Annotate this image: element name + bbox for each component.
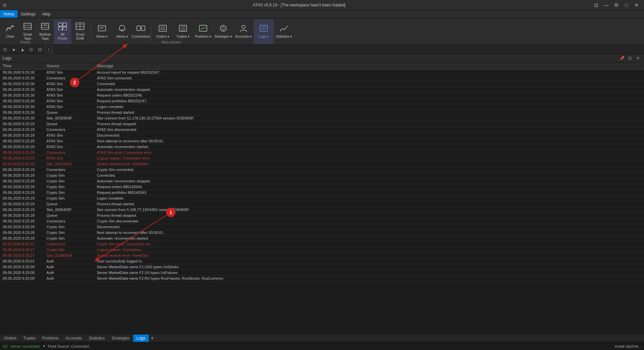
table-row[interactable]: 09.06.2020 9:25:29 ATAS Sim Automatic re… [0, 144, 644, 150]
smart-dom-btn[interactable]: SmartDOM [71, 19, 89, 44]
trades-btn[interactable]: Trades ▾ [173, 19, 193, 44]
table-row[interactable]: 09.06.2020 9:25:28 Crypto Sim Disconnect… [0, 224, 644, 230]
logs-close-btn[interactable]: ✕ [635, 55, 641, 62]
alerts-btn[interactable]: Alerts ▾ [112, 19, 132, 44]
table-row[interactable]: 09.06.2020 9:25:30 ATAS Sim Request port… [0, 98, 644, 104]
cell-source: Connectors [44, 75, 94, 81]
table-row[interactable]: 09.06.2020 9:25:29 Sbe_0347A101 Socket r… [0, 161, 644, 167]
logs-table-container[interactable]: Time Source Message 09.06.2020 9:25:30 A… [0, 63, 644, 334]
smart-tape-label: SmartTape [23, 33, 32, 41]
sub-btn-4[interactable]: ⊙ [28, 46, 35, 53]
table-row[interactable]: 09.06.2020 9:25:29 Connectors ATAS Sim d… [0, 127, 644, 133]
cell-source: ATAS Sim [44, 155, 94, 161]
table-row[interactable]: 09.06.2020 9:25:29 ATAS Sim Next attempt… [0, 138, 644, 144]
logs-detach-btn[interactable]: ⊡ [627, 55, 633, 62]
table-row[interactable]: 09.06.2020 9:25:29 Crypto Sim Logon comp… [0, 196, 644, 201]
orders-btn[interactable]: Orders ▾ [153, 19, 173, 44]
table-row[interactable]: 09.06.2020 9:25:30 Connectors ATAS Sim c… [0, 75, 644, 81]
statistics-btn[interactable]: Statistics ▾ [274, 19, 294, 44]
menu-settings[interactable]: Settings [17, 10, 39, 18]
menu-help[interactable]: Help [39, 10, 54, 18]
table-row[interactable]: 09.06.2020 9:25:01 Auth User successfull… [0, 258, 644, 264]
cell-message: Request orders 880252248. [94, 93, 644, 98]
tab-trades[interactable]: Trades [20, 335, 39, 342]
table-row[interactable]: 09.06.2020 9:25:29 Crypto Sim Connected. [0, 173, 644, 178]
table-row[interactable]: 09.06.2020 9:25:29 Queue Process thread … [0, 201, 644, 207]
positions-btn[interactable]: Positions ▾ [193, 19, 213, 44]
table-row[interactable]: 09.06.2020 9:25:30 ATAS Sim Logon comple… [0, 104, 644, 110]
tab-strategies[interactable]: Strategies [108, 335, 133, 342]
minimize-btn[interactable]: — [602, 1, 611, 9]
svg-rect-8 [63, 23, 67, 26]
chart-btn[interactable]: Chart [1, 19, 19, 44]
table-row[interactable]: 09.06.2020 9:25:28 Crypto Sim Next attem… [0, 230, 644, 236]
table-row[interactable]: 09.06.2020 9:25:30 ATAS Sim Account repo… [0, 70, 644, 75]
svg-rect-10 [63, 27, 67, 30]
logs-pin-btn[interactable]: 📌 [618, 55, 625, 62]
table-row[interactable]: 09.06.2020 9:25:00 Auth Server MarketDat… [0, 276, 644, 281]
table-row[interactable]: 09.06.2020 9:25:28 Queue Process thread … [0, 213, 644, 218]
cell-source: ATAS Sim [44, 98, 94, 104]
logs-btn[interactable]: Logs ▾ [254, 19, 274, 44]
close-btn[interactable]: ✕ [632, 1, 641, 9]
connections-btn[interactable]: Connections [132, 19, 150, 44]
tab-logs[interactable]: Logs [133, 335, 149, 342]
menu-home[interactable]: Home [0, 10, 17, 18]
accounts-btn[interactable]: Accounts ▾ [233, 19, 254, 44]
strategies-btn[interactable]: Strategies ▾ [213, 19, 233, 44]
svg-text:▲▼: ▲▼ [43, 23, 47, 25]
col-header-message: Message [94, 63, 644, 70]
cell-message: Sbe connect from 5.196.77.139:6452 sessi… [94, 207, 644, 213]
cell-message: Connected. [94, 173, 644, 178]
table-row[interactable]: 09.06.2020 9:25:30 ATAS Sim Request orde… [0, 93, 644, 98]
news-btn[interactable]: News ▾ [92, 19, 112, 44]
table-row[interactable]: 09.06.2020 9:25:30 ATAS Sim Automatic re… [0, 87, 644, 93]
status-right: Install clip2net... [615, 344, 641, 348]
cell-message: ATAS Sim connected. [94, 75, 644, 81]
table-row[interactable]: 09.06.2020 9:25:27 Connectors Crypto Sim… [0, 241, 644, 247]
maximize-btn[interactable]: □ [622, 1, 631, 9]
tab-accounts[interactable]: Accounts [62, 335, 85, 342]
tab-statistics[interactable]: Statistics [85, 335, 108, 342]
table-row[interactable]: 09.06.2020 9:25:29 ATAS Sim Logout reaso… [0, 155, 644, 161]
connections-label: Connections [131, 35, 150, 39]
table-row[interactable]: 09.06.2020 9:25:29 ATAS Sim Disconnected… [0, 133, 644, 138]
sub-btn-6[interactable]: ↑ [45, 46, 52, 53]
bid-ask-tape-btn[interactable]: ▲▼ Bid/AskTape [36, 19, 54, 44]
table-row[interactable]: 09.06.2020 9:25:29 Connectors ATAS Sim e… [0, 150, 644, 155]
table-row[interactable]: 09.06.2020 9:25:27 Crypto Sim Logout rea… [0, 247, 644, 253]
table-row[interactable]: 09.06.2020 9:25:29 Sbe_0090405F Sbe conn… [0, 207, 644, 213]
table-row[interactable]: 09.06.2020 9:25:29 Crypto Sim Request po… [0, 190, 644, 196]
cell-message: Next attempt to reconnect after 00:00:01… [94, 230, 644, 236]
restore-btn[interactable]: ⧉ [612, 1, 621, 9]
tab-positions[interactable]: Positions [39, 335, 62, 342]
cell-message: Disconnected. [94, 133, 644, 138]
table-row[interactable]: 09.06.2020 9:25:30 Queue Process thread … [0, 110, 644, 115]
cell-source: ATAS Sim [44, 87, 94, 93]
table-row[interactable]: 09.06.2020 9:25:29 Connectors Crypto Sim… [0, 167, 644, 173]
table-row[interactable]: 09.06.2020 9:25:28 Crypto Sim Automatic … [0, 236, 644, 241]
smart-tape-btn[interactable]: SmartTape [19, 19, 36, 44]
table-row[interactable]: 09.06.2020 9:25:29 Crypto Sim Request or… [0, 184, 644, 190]
tab-add-btn[interactable]: + [149, 335, 156, 342]
table-row[interactable]: 09.06.2020 9:25:00 Auth Server MarketDat… [0, 264, 644, 270]
table-row[interactable]: 09.06.2020 9:25:30 Sbe_003D659F Sbe conn… [0, 115, 644, 121]
all-prices-btn[interactable]: AllPrices [54, 19, 71, 44]
sub-btn-3[interactable]: ▲ [19, 46, 26, 53]
cell-time: 09.06.2020 9:25:29 [0, 173, 44, 178]
screenshot-btn[interactable]: ⊡ [592, 1, 601, 9]
sub-btn-2[interactable]: ● [10, 46, 17, 53]
cell-source: Connectors [44, 167, 94, 173]
sub-btn-5[interactable]: ⊡ [36, 46, 44, 53]
tab-orders[interactable]: Orders [1, 335, 20, 342]
bid-ask-label: Bid/AskTape [39, 33, 51, 41]
sub-btn-1[interactable]: ⊙ [1, 46, 9, 53]
table-row[interactable]: 09.06.2020 9:25:29 Queue Process thread … [0, 121, 644, 127]
orders-label: Orders ▾ [156, 35, 169, 39]
table-row[interactable]: 09.06.2020 9:25:30 ATAS Sim Connected. [0, 81, 644, 87]
table-row[interactable]: 09.06.2020 9:25:28 Connectors Crypto Sim… [0, 218, 644, 224]
table-row[interactable]: 09.06.2020 9:25:27 Sbe_0158D014 Socket r… [0, 253, 644, 258]
table-row[interactable]: 09.06.2020 9:25:29 Crypto Sim Automatic … [0, 178, 644, 184]
cell-time: 09.06.2020 9:25:29 [0, 138, 44, 144]
table-row[interactable]: 09.06.2020 9:25:00 Auth Server MarketDat… [0, 270, 644, 276]
